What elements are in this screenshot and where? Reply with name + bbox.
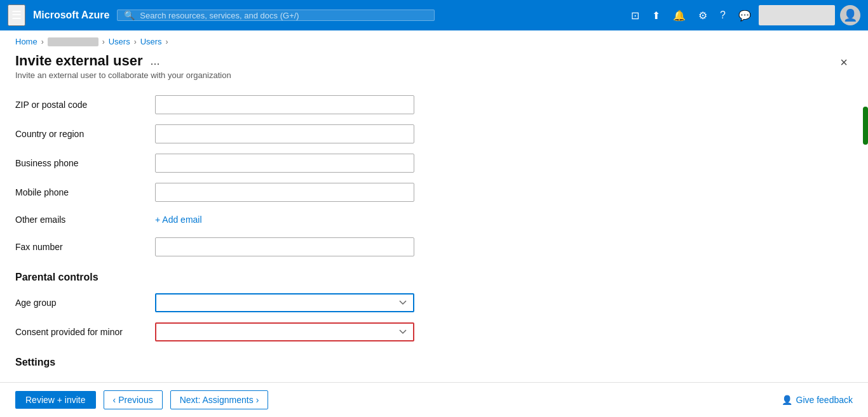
country-input[interactable] [155,124,414,143]
breadcrumb-home[interactable]: Home [15,37,37,46]
search-bar[interactable]: 🔍 [117,10,435,21]
zip-control [155,95,414,114]
give-feedback-button[interactable]: 👤 Give feedback [782,395,853,405]
consent-control: Granted Denied Not Required [155,322,414,341]
brand-logo: Microsoft Azure [33,10,109,21]
scroll-indicator [863,107,868,145]
previous-chevron-icon: ‹ [113,395,116,405]
add-email-button[interactable]: + Add email [155,212,202,227]
previous-label: Previous [118,395,153,405]
mobile-phone-label: Mobile phone [15,187,155,197]
other-emails-row: Other emails + Add email [15,207,853,232]
page-subtitle: Invite an external user to collaborate w… [15,70,231,80]
mobile-phone-control [155,183,414,202]
form-footer: Review + invite ‹ Previous Next: Assignm… [0,382,868,417]
country-label: Country or region [15,129,155,139]
consent-select[interactable]: Granted Denied Not Required [155,322,414,341]
other-emails-label: Other emails [15,215,155,225]
breadcrumb-sep-3: › [134,37,137,46]
consent-row: Consent provided for minor Granted Denie… [15,317,853,347]
mobile-phone-input[interactable] [155,183,414,202]
page-title-text: Invite external user [15,53,143,69]
breadcrumb-users-2[interactable]: Users [140,37,162,46]
help-icon[interactable]: ? [715,6,731,25]
zip-input[interactable] [155,95,414,114]
country-row: Country or region [15,119,853,149]
age-group-select[interactable]: Not Adult Minor Not Specified [155,293,414,312]
previous-button[interactable]: ‹ Previous [104,390,163,409]
feedback-icon: 👤 [782,395,792,405]
consent-label: Consent provided for minor [15,327,155,337]
business-phone-label: Business phone [15,158,155,168]
settings-section: Settings [15,347,853,369]
page-title: Invite external user ... [15,53,231,69]
search-icon: 🔍 [124,10,135,20]
fax-row: Fax number [15,232,853,261]
profile-org-button[interactable] [759,5,835,25]
nav-icons: ⊡ ⬆ 🔔 ⚙ ? 💬 👤 [626,5,860,25]
notification-icon[interactable]: 🔔 [668,6,691,25]
main-container: Home › › Users › Users › Invite external… [0,30,868,417]
ellipsis-button[interactable]: ... [148,53,163,69]
other-emails-control: + Add email [155,212,414,227]
feedback-nav-icon[interactable]: 💬 [733,6,756,25]
title-area: Invite external user ... Invite an exter… [15,53,231,80]
top-nav: ☰ Microsoft Azure 🔍 ⊡ ⬆ 🔔 ⚙ ? 💬 👤 [0,0,868,30]
business-phone-row: Business phone [15,149,853,178]
hamburger-button[interactable]: ☰ [8,4,25,26]
breadcrumb-sep-4: › [166,37,168,46]
breadcrumb-sep-1: › [41,37,44,46]
age-group-label: Age group [15,298,155,308]
close-button[interactable]: × [835,53,853,72]
fax-label: Fax number [15,242,155,252]
next-label: Next: Assignments [180,395,254,405]
zip-label: ZIP or postal code [15,100,155,110]
search-input[interactable] [140,11,428,20]
review-invite-button[interactable]: Review + invite [15,391,96,409]
country-control [155,124,414,143]
business-phone-control [155,154,414,173]
fax-control [155,237,414,256]
next-button[interactable]: Next: Assignments › [170,390,269,409]
parental-controls-section: Parental controls [15,261,853,288]
settings-icon[interactable]: ⚙ [693,6,712,25]
next-chevron-icon: › [256,395,259,405]
cloud-shell-icon[interactable]: ⊡ [626,6,644,25]
breadcrumb-users-1[interactable]: Users [109,37,130,46]
fax-input[interactable] [155,237,414,256]
breadcrumb-blurred [48,37,98,46]
avatar[interactable]: 👤 [840,5,860,25]
breadcrumb: Home › › Users › Users › [0,30,868,53]
give-feedback-label: Give feedback [796,395,853,405]
form-content: ZIP or postal code Country or region Bus… [0,90,868,369]
upload-icon[interactable]: ⬆ [647,6,665,25]
zip-row: ZIP or postal code [15,90,853,119]
business-phone-input[interactable] [155,154,414,173]
page-header: Invite external user ... Invite an exter… [0,53,868,90]
mobile-phone-row: Mobile phone [15,178,853,207]
age-group-control: Not Adult Minor Not Specified [155,293,414,312]
age-group-row: Age group Not Adult Minor Not Specified [15,288,853,317]
breadcrumb-sep-2: › [102,37,105,46]
